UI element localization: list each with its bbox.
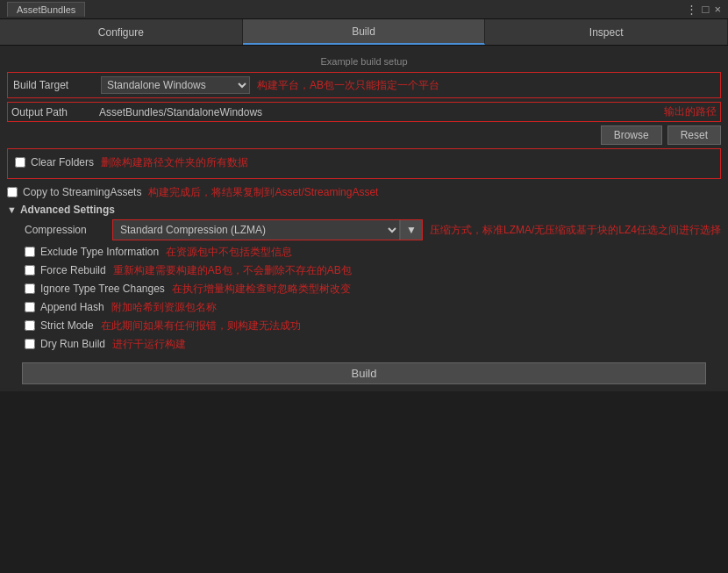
advanced-settings-label: Advanced Settings — [20, 204, 115, 216]
browse-button[interactable]: Browse — [601, 125, 662, 145]
compression-row: Compression No Compression Standard Comp… — [25, 219, 721, 240]
dry-run-row: Dry Run Build 进行干运行构建 — [25, 336, 721, 352]
copy-streaming-row: Copy to StreamingAssets 构建完成后，将结果复制到Asse… — [7, 184, 721, 200]
content-area: Example build setup Build Target Standal… — [0, 46, 728, 391]
strict-mode-annotation: 在此期间如果有任何报错，则构建无法成功 — [101, 319, 301, 333]
main-tabs: Configure Build Inspect — [0, 19, 728, 46]
clear-folders-row: Clear Folders 删除构建路径文件夹的所有数据 — [15, 154, 713, 170]
dry-run-label: Dry Run Build — [40, 338, 105, 350]
force-rebuild-checkbox[interactable] — [25, 265, 35, 276]
exclude-type-info-row: Exclude Type Information 在资源包中不包括类型信息 — [25, 244, 721, 260]
dry-run-checkbox[interactable] — [25, 339, 35, 349]
build-button[interactable]: Build — [22, 362, 706, 384]
ignore-type-tree-row: Ignore Type Tree Changes 在执行增量构建检查时忽略类型树… — [25, 281, 721, 297]
exclude-type-info-checkbox[interactable] — [25, 247, 35, 257]
clear-folders-section: Clear Folders 删除构建路径文件夹的所有数据 — [7, 148, 721, 179]
clear-folders-label: Clear Folders — [31, 156, 94, 168]
reset-button[interactable]: Reset — [667, 125, 721, 145]
compression-annotation: 压缩方式，标准LZMA/无压缩或基于块的LZ4任选之间进行选择 — [430, 223, 721, 238]
build-target-select[interactable]: Standalone Windows — [101, 76, 250, 94]
compression-select[interactable]: No Compression Standard Compression (LZM… — [113, 220, 400, 240]
build-target-row: Build Target Standalone Windows 构建平台，AB包… — [13, 76, 715, 94]
compression-select-wrapper: No Compression Standard Compression (LZM… — [112, 219, 423, 240]
clear-folders-checkbox[interactable] — [15, 157, 25, 168]
exclude-type-info-label: Exclude Type Information — [40, 246, 159, 258]
force-rebuild-row: Force Rebuild 重新构建需要构建的AB包，不会删除不存在的AB包 — [25, 262, 721, 278]
append-hash-annotation: 附加哈希到资源包名称 — [111, 300, 217, 315]
output-path-section: Output Path AssetBundles/StandaloneWindo… — [7, 102, 721, 122]
strict-mode-row: Strict Mode 在此期间如果有任何报错，则构建无法成功 — [25, 318, 721, 333]
dry-run-annotation: 进行干运行构建 — [112, 337, 186, 352]
section-label: Example build setup — [7, 56, 721, 67]
title-tab[interactable]: AssetBundles — [7, 2, 85, 17]
clear-folders-annotation: 删除构建路径文件夹的所有数据 — [101, 155, 248, 170]
title-bar-controls[interactable]: ⋮ □ × — [686, 3, 721, 16]
build-target-annotation: 构建平台，AB包一次只能指定一个平台 — [257, 78, 439, 93]
copy-streaming-annotation: 构建完成后，将结果复制到Asset/StreamingAsset — [148, 185, 378, 200]
append-hash-row: Append Hash 附加哈希到资源包名称 — [25, 299, 721, 315]
advanced-settings-content: Compression No Compression Standard Comp… — [7, 219, 721, 352]
append-hash-label: Append Hash — [40, 301, 104, 313]
output-path-label: Output Path — [11, 106, 99, 118]
browse-reset-row: Browse Reset — [7, 125, 721, 145]
output-path-annotation: 输出的路径 — [664, 104, 717, 119]
build-target-section: Build Target Standalone Windows 构建平台，AB包… — [7, 72, 721, 98]
compression-label: Compression — [25, 224, 112, 236]
build-target-label: Build Target — [13, 79, 101, 91]
tab-build[interactable]: Build — [243, 19, 486, 45]
title-bar: AssetBundles ⋮ □ × — [0, 0, 728, 19]
force-rebuild-annotation: 重新构建需要构建的AB包，不会删除不存在的AB包 — [113, 263, 352, 278]
menu-icon[interactable]: ⋮ — [686, 3, 697, 16]
strict-mode-label: Strict Mode — [40, 319, 94, 332]
exclude-type-info-annotation: 在资源包中不包括类型信息 — [166, 245, 292, 260]
maximize-icon[interactable]: □ — [703, 3, 710, 16]
ignore-type-tree-label: Ignore Type Tree Changes — [40, 283, 165, 295]
collapse-icon: ▼ — [7, 204, 17, 215]
output-path-value: AssetBundles/StandaloneWindows — [99, 106, 657, 118]
copy-streaming-label: Copy to StreamingAssets — [23, 186, 141, 198]
ignore-type-tree-annotation: 在执行增量构建检查时忽略类型树改变 — [172, 282, 351, 297]
advanced-settings-header[interactable]: ▼ Advanced Settings — [7, 204, 721, 216]
copy-streaming-checkbox[interactable] — [7, 187, 18, 197]
append-hash-checkbox[interactable] — [25, 302, 35, 312]
close-icon[interactable]: × — [714, 3, 721, 16]
tab-configure[interactable]: Configure — [0, 19, 243, 45]
tab-inspect[interactable]: Inspect — [485, 19, 728, 45]
strict-mode-checkbox[interactable] — [25, 320, 35, 331]
ignore-type-tree-checkbox[interactable] — [25, 283, 35, 294]
compression-dropdown-arrow[interactable]: ▼ — [400, 220, 422, 240]
build-btn-row: Build — [7, 362, 721, 384]
force-rebuild-label: Force Rebuild — [40, 264, 106, 276]
